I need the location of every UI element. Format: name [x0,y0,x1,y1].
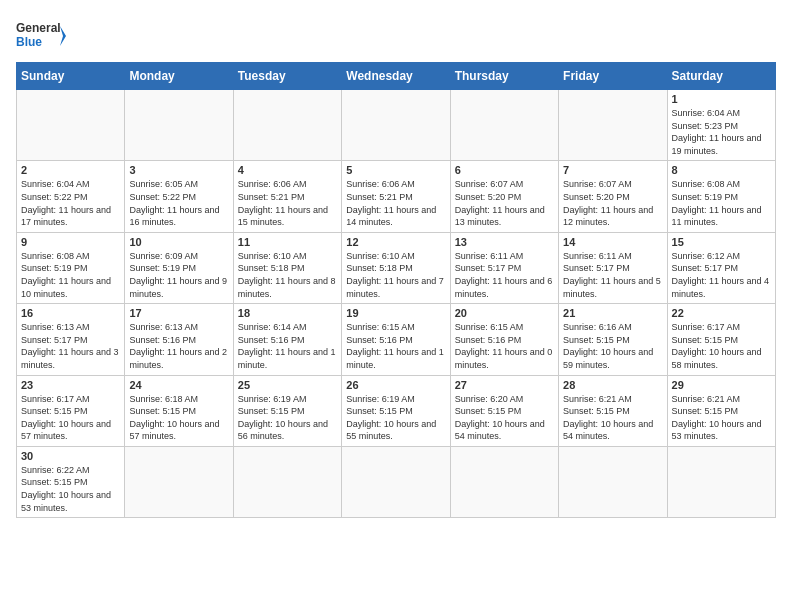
day-info: Sunrise: 6:13 AM Sunset: 5:17 PM Dayligh… [21,321,120,371]
calendar-cell-6-3 [233,446,341,517]
calendar-cell-1-5 [450,90,558,161]
day-info: Sunrise: 6:10 AM Sunset: 5:18 PM Dayligh… [346,250,445,300]
day-info: Sunrise: 6:20 AM Sunset: 5:15 PM Dayligh… [455,393,554,443]
day-info: Sunrise: 6:07 AM Sunset: 5:20 PM Dayligh… [563,178,662,228]
header: General Blue [16,16,776,56]
calendar-cell-2-3: 4Sunrise: 6:06 AM Sunset: 5:21 PM Daylig… [233,161,341,232]
day-info: Sunrise: 6:10 AM Sunset: 5:18 PM Dayligh… [238,250,337,300]
day-info: Sunrise: 6:19 AM Sunset: 5:15 PM Dayligh… [238,393,337,443]
day-info: Sunrise: 6:07 AM Sunset: 5:20 PM Dayligh… [455,178,554,228]
calendar-cell-5-7: 29Sunrise: 6:21 AM Sunset: 5:15 PM Dayli… [667,375,775,446]
day-number: 15 [672,236,771,248]
weekday-header-row: SundayMondayTuesdayWednesdayThursdayFrid… [17,63,776,90]
calendar-cell-1-3 [233,90,341,161]
weekday-header-friday: Friday [559,63,667,90]
day-number: 18 [238,307,337,319]
calendar-cell-1-2 [125,90,233,161]
day-info: Sunrise: 6:09 AM Sunset: 5:19 PM Dayligh… [129,250,228,300]
calendar-cell-3-4: 12Sunrise: 6:10 AM Sunset: 5:18 PM Dayli… [342,232,450,303]
calendar-week-2: 2Sunrise: 6:04 AM Sunset: 5:22 PM Daylig… [17,161,776,232]
weekday-header-wednesday: Wednesday [342,63,450,90]
day-info: Sunrise: 6:06 AM Sunset: 5:21 PM Dayligh… [346,178,445,228]
calendar-cell-4-6: 21Sunrise: 6:16 AM Sunset: 5:15 PM Dayli… [559,304,667,375]
calendar-table: SundayMondayTuesdayWednesdayThursdayFrid… [16,62,776,518]
weekday-header-thursday: Thursday [450,63,558,90]
day-number: 22 [672,307,771,319]
calendar-cell-1-7: 1Sunrise: 6:04 AM Sunset: 5:23 PM Daylig… [667,90,775,161]
calendar-cell-2-1: 2Sunrise: 6:04 AM Sunset: 5:22 PM Daylig… [17,161,125,232]
calendar-week-6: 30Sunrise: 6:22 AM Sunset: 5:15 PM Dayli… [17,446,776,517]
day-info: Sunrise: 6:17 AM Sunset: 5:15 PM Dayligh… [672,321,771,371]
day-info: Sunrise: 6:22 AM Sunset: 5:15 PM Dayligh… [21,464,120,514]
day-number: 23 [21,379,120,391]
day-number: 28 [563,379,662,391]
day-number: 21 [563,307,662,319]
day-info: Sunrise: 6:17 AM Sunset: 5:15 PM Dayligh… [21,393,120,443]
day-number: 30 [21,450,120,462]
day-info: Sunrise: 6:18 AM Sunset: 5:15 PM Dayligh… [129,393,228,443]
day-info: Sunrise: 6:21 AM Sunset: 5:15 PM Dayligh… [672,393,771,443]
day-info: Sunrise: 6:12 AM Sunset: 5:17 PM Dayligh… [672,250,771,300]
calendar-cell-6-1: 30Sunrise: 6:22 AM Sunset: 5:15 PM Dayli… [17,446,125,517]
day-number: 7 [563,164,662,176]
calendar-cell-5-5: 27Sunrise: 6:20 AM Sunset: 5:15 PM Dayli… [450,375,558,446]
day-number: 25 [238,379,337,391]
day-number: 29 [672,379,771,391]
day-info: Sunrise: 6:05 AM Sunset: 5:22 PM Dayligh… [129,178,228,228]
day-number: 9 [21,236,120,248]
day-number: 17 [129,307,228,319]
day-number: 3 [129,164,228,176]
calendar-cell-4-2: 17Sunrise: 6:13 AM Sunset: 5:16 PM Dayli… [125,304,233,375]
calendar-cell-1-4 [342,90,450,161]
calendar-cell-2-6: 7Sunrise: 6:07 AM Sunset: 5:20 PM Daylig… [559,161,667,232]
calendar-cell-3-1: 9Sunrise: 6:08 AM Sunset: 5:19 PM Daylig… [17,232,125,303]
calendar-cell-2-7: 8Sunrise: 6:08 AM Sunset: 5:19 PM Daylig… [667,161,775,232]
svg-text:Blue: Blue [16,35,42,49]
weekday-header-monday: Monday [125,63,233,90]
calendar-cell-2-4: 5Sunrise: 6:06 AM Sunset: 5:21 PM Daylig… [342,161,450,232]
calendar-cell-2-2: 3Sunrise: 6:05 AM Sunset: 5:22 PM Daylig… [125,161,233,232]
day-info: Sunrise: 6:19 AM Sunset: 5:15 PM Dayligh… [346,393,445,443]
calendar-cell-6-5 [450,446,558,517]
day-number: 24 [129,379,228,391]
day-info: Sunrise: 6:16 AM Sunset: 5:15 PM Dayligh… [563,321,662,371]
day-info: Sunrise: 6:21 AM Sunset: 5:15 PM Dayligh… [563,393,662,443]
day-info: Sunrise: 6:08 AM Sunset: 5:19 PM Dayligh… [21,250,120,300]
svg-marker-2 [60,26,66,46]
day-number: 11 [238,236,337,248]
calendar-cell-5-2: 24Sunrise: 6:18 AM Sunset: 5:15 PM Dayli… [125,375,233,446]
day-number: 6 [455,164,554,176]
day-info: Sunrise: 6:14 AM Sunset: 5:16 PM Dayligh… [238,321,337,371]
calendar-cell-1-6 [559,90,667,161]
calendar-week-4: 16Sunrise: 6:13 AM Sunset: 5:17 PM Dayli… [17,304,776,375]
calendar-cell-4-3: 18Sunrise: 6:14 AM Sunset: 5:16 PM Dayli… [233,304,341,375]
day-number: 12 [346,236,445,248]
day-number: 20 [455,307,554,319]
calendar-cell-3-5: 13Sunrise: 6:11 AM Sunset: 5:17 PM Dayli… [450,232,558,303]
weekday-header-tuesday: Tuesday [233,63,341,90]
day-info: Sunrise: 6:13 AM Sunset: 5:16 PM Dayligh… [129,321,228,371]
weekday-header-saturday: Saturday [667,63,775,90]
day-number: 2 [21,164,120,176]
day-info: Sunrise: 6:08 AM Sunset: 5:19 PM Dayligh… [672,178,771,228]
calendar-cell-3-3: 11Sunrise: 6:10 AM Sunset: 5:18 PM Dayli… [233,232,341,303]
calendar-cell-4-7: 22Sunrise: 6:17 AM Sunset: 5:15 PM Dayli… [667,304,775,375]
day-info: Sunrise: 6:04 AM Sunset: 5:23 PM Dayligh… [672,107,771,157]
calendar-header: SundayMondayTuesdayWednesdayThursdayFrid… [17,63,776,90]
calendar-cell-1-1 [17,90,125,161]
calendar-cell-3-6: 14Sunrise: 6:11 AM Sunset: 5:17 PM Dayli… [559,232,667,303]
day-info: Sunrise: 6:11 AM Sunset: 5:17 PM Dayligh… [563,250,662,300]
day-number: 26 [346,379,445,391]
general-blue-logo-svg: General Blue [16,16,66,56]
day-number: 13 [455,236,554,248]
calendar-cell-5-1: 23Sunrise: 6:17 AM Sunset: 5:15 PM Dayli… [17,375,125,446]
calendar-week-3: 9Sunrise: 6:08 AM Sunset: 5:19 PM Daylig… [17,232,776,303]
day-number: 8 [672,164,771,176]
weekday-header-sunday: Sunday [17,63,125,90]
svg-text:General: General [16,21,61,35]
calendar-cell-5-6: 28Sunrise: 6:21 AM Sunset: 5:15 PM Dayli… [559,375,667,446]
day-info: Sunrise: 6:04 AM Sunset: 5:22 PM Dayligh… [21,178,120,228]
day-number: 27 [455,379,554,391]
calendar-week-1: 1Sunrise: 6:04 AM Sunset: 5:23 PM Daylig… [17,90,776,161]
day-info: Sunrise: 6:15 AM Sunset: 5:16 PM Dayligh… [346,321,445,371]
